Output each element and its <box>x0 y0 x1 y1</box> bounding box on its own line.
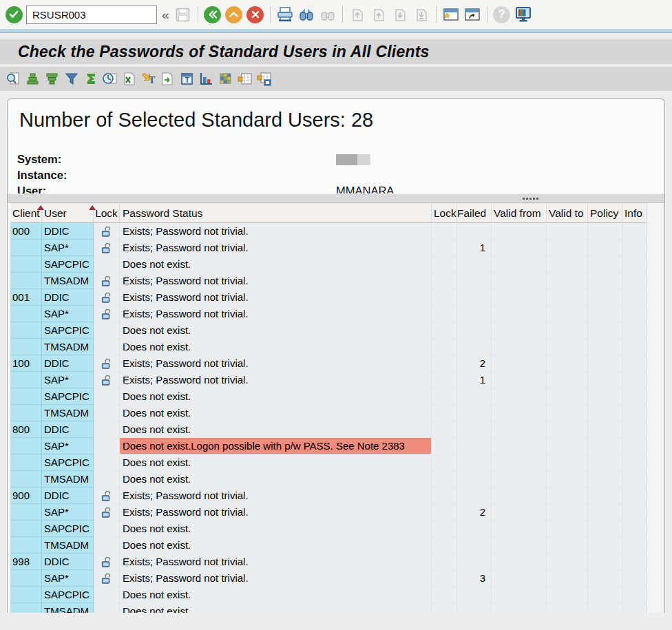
cell-info[interactable] <box>622 223 647 240</box>
cell-password-status[interactable]: Does not exist. <box>120 339 432 355</box>
cell-policy[interactable] <box>588 372 622 388</box>
save-layout-button[interactable] <box>255 71 273 87</box>
splitter-grip-icon[interactable] <box>523 198 538 200</box>
cell-password-status[interactable]: Does not exist. <box>120 537 432 554</box>
cell-client[interactable]: 001 <box>10 289 42 306</box>
cell-lock[interactable] <box>94 289 120 306</box>
cell-info[interactable] <box>622 504 647 521</box>
cell-failed[interactable] <box>457 273 492 289</box>
cell-password-status[interactable]: Exists; Password not trivial. <box>120 289 432 306</box>
cell-client[interactable] <box>10 306 42 322</box>
cell-user[interactable]: SAPCPIC <box>42 322 94 339</box>
cell-info[interactable] <box>622 603 647 613</box>
cell-client[interactable] <box>10 405 42 421</box>
column-header-failed[interactable]: Failed <box>457 203 492 223</box>
cell-policy[interactable] <box>588 388 622 405</box>
table-row[interactable]: SAPCPIC Does not exist. <box>10 322 647 339</box>
cell-client[interactable] <box>10 454 42 471</box>
cell-client[interactable]: 100 <box>10 355 42 372</box>
cell-password-status[interactable]: Does not exist. <box>120 521 432 537</box>
cell-failed[interactable] <box>457 471 492 487</box>
cell-info[interactable] <box>622 454 647 471</box>
save-button[interactable] <box>174 6 192 23</box>
cell-lock[interactable] <box>94 355 120 372</box>
cell-valid-to[interactable] <box>547 570 588 587</box>
cell-policy[interactable] <box>588 438 622 454</box>
cell-client[interactable] <box>10 322 42 339</box>
cell-policy[interactable] <box>588 339 622 355</box>
cell-lock2[interactable] <box>432 306 457 322</box>
cell-failed[interactable] <box>457 322 492 339</box>
cell-password-status[interactable]: Does not exist.Logon possible with p/w P… <box>120 438 432 454</box>
table-row[interactable]: 900 DDIC Exists; Password not trivial. <box>10 487 647 504</box>
cell-info[interactable] <box>622 306 647 322</box>
cell-failed[interactable] <box>457 454 492 471</box>
cell-lock[interactable] <box>94 454 120 471</box>
cell-lock2[interactable] <box>432 603 457 613</box>
cell-valid-from[interactable] <box>492 405 547 421</box>
cell-client[interactable] <box>10 273 42 289</box>
cell-password-status[interactable]: Exists; Password not trivial. <box>120 240 432 256</box>
find-next-button[interactable] <box>319 6 337 23</box>
cell-info[interactable] <box>622 587 647 603</box>
cell-policy[interactable] <box>588 487 622 504</box>
cell-failed[interactable]: 1 <box>457 240 492 256</box>
cell-valid-from[interactable] <box>492 487 547 504</box>
cell-failed[interactable] <box>457 421 492 438</box>
column-header-valid-from[interactable]: Valid from <box>492 203 547 223</box>
cell-valid-from[interactable] <box>492 355 547 372</box>
cell-lock2[interactable] <box>432 421 457 438</box>
cell-password-status[interactable]: Exists; Password not trivial. <box>120 372 432 388</box>
table-row[interactable]: TMSADM Does not exist. <box>10 603 647 613</box>
word-processing-button[interactable]: T <box>140 71 157 87</box>
export-spreadsheet-button[interactable] <box>120 71 138 87</box>
table-row[interactable]: SAPCPIC Does not exist. <box>10 454 647 471</box>
cell-valid-from[interactable] <box>492 603 547 613</box>
local-file-button[interactable] <box>159 71 176 87</box>
table-row[interactable]: SAP* Does not exist.Logon possible with … <box>10 438 647 454</box>
cell-user[interactable]: DDIC <box>42 223 94 240</box>
cell-user[interactable]: DDIC <box>42 421 94 438</box>
cell-policy[interactable] <box>588 587 622 603</box>
cell-info[interactable] <box>622 537 647 554</box>
cell-failed[interactable] <box>457 487 492 504</box>
cell-password-status[interactable]: Exists; Password not trivial. <box>120 570 432 587</box>
cell-policy[interactable] <box>588 322 622 339</box>
cell-lock2[interactable] <box>432 471 457 487</box>
back-button[interactable] <box>204 6 222 23</box>
cell-info[interactable] <box>622 570 647 587</box>
previous-page-button[interactable] <box>370 6 388 23</box>
cell-client[interactable] <box>10 388 42 405</box>
cell-client[interactable] <box>10 570 42 587</box>
cell-valid-to[interactable] <box>547 256 588 273</box>
cell-valid-from[interactable] <box>492 388 547 405</box>
sort-descending-button[interactable] <box>43 71 61 87</box>
filter-button[interactable] <box>63 71 80 87</box>
cell-info[interactable] <box>622 554 647 570</box>
cell-user[interactable]: SAPCPIC <box>42 454 94 471</box>
cell-info[interactable] <box>622 339 647 355</box>
cell-policy[interactable] <box>588 454 622 471</box>
cell-user[interactable]: TMSADM <box>42 471 94 487</box>
cell-failed[interactable]: 1 <box>457 372 492 388</box>
cell-lock[interactable] <box>94 521 120 537</box>
cell-password-status[interactable]: Exists; Password not trivial. <box>120 273 432 289</box>
cell-client[interactable] <box>10 587 42 603</box>
table-row[interactable]: SAP* Exists; Password not trivial. 3 <box>10 570 647 587</box>
cell-valid-to[interactable] <box>547 372 588 388</box>
cell-client[interactable]: 998 <box>10 554 42 570</box>
cell-valid-to[interactable] <box>547 223 588 240</box>
cell-password-status[interactable]: Exists; Password not trivial. <box>120 487 432 504</box>
column-header-info[interactable]: Info <box>622 203 647 223</box>
cell-lock[interactable] <box>94 256 120 273</box>
cell-valid-to[interactable] <box>547 289 588 306</box>
cell-failed[interactable] <box>457 306 492 322</box>
cell-info[interactable] <box>622 388 647 405</box>
cell-failed[interactable] <box>457 603 492 613</box>
cell-valid-from[interactable] <box>492 240 547 256</box>
cancel-button[interactable] <box>246 6 264 23</box>
cell-valid-to[interactable] <box>547 603 588 613</box>
table-row[interactable]: SAP* Exists; Password not trivial. 1 <box>10 372 647 388</box>
cell-valid-from[interactable] <box>492 339 547 355</box>
table-row[interactable]: SAP* Exists; Password not trivial. <box>10 306 647 322</box>
